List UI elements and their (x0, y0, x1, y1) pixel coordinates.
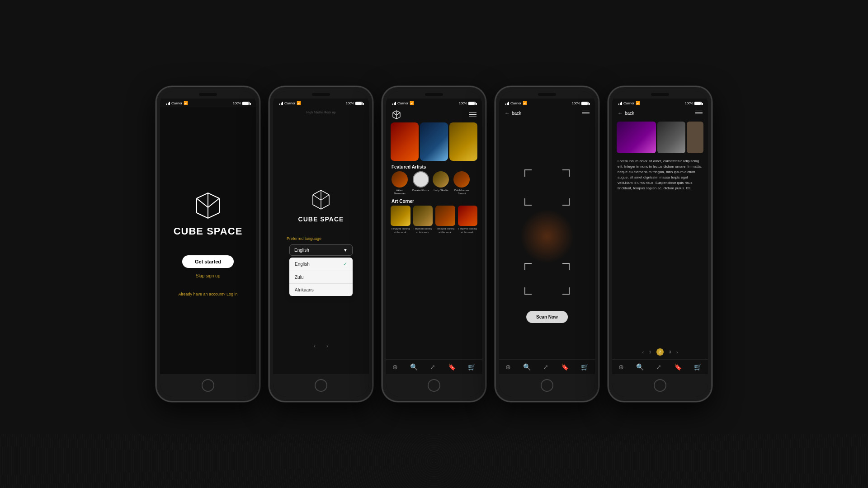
hero-artwork-3[interactable] (449, 122, 477, 161)
cart-nav-icon-4[interactable]: 🛒 (581, 363, 589, 371)
corner-item-2[interactable]: I enjoyed looking at this work. (413, 206, 433, 234)
wifi-icon-2: 📶 (297, 101, 301, 105)
mock-label: High fidelity Mock up (307, 111, 336, 114)
phone4-status-bar: Carrier 📶 100% (499, 99, 595, 107)
phone3-header (386, 107, 482, 122)
artist-avatar-2 (413, 171, 429, 188)
detail-images-row (612, 119, 708, 156)
search-nav-icon-4[interactable]: 🔍 (523, 363, 531, 371)
skip-signup-link[interactable]: Skip sign up (196, 273, 220, 278)
lang-option-afrikaans[interactable]: Afrikaans (289, 284, 353, 296)
phone1-home-button[interactable] (202, 379, 214, 392)
page-1[interactable]: 1 (646, 348, 654, 356)
corner-item-4[interactable]: I enjoyed looking at this work. (458, 206, 478, 234)
art-corner-title: Art Corner (386, 195, 482, 206)
page-2[interactable]: 2 (656, 348, 664, 356)
expand-nav-icon-5[interactable]: ⤢ (656, 363, 661, 371)
artist-item-4[interactable]: Buhlebezwe Siwani (453, 171, 471, 195)
phone2-bottom (273, 374, 369, 397)
artist-name-1: Akissi Beukman (391, 189, 409, 195)
corner-tr (562, 169, 570, 177)
phone5-bottom-nav: ⊕ 🔍 ⤢ 🔖 🛒 (612, 359, 708, 374)
dropdown-arrow-icon: ▼ (343, 248, 348, 253)
get-started-button[interactable]: Get started (182, 255, 234, 268)
back-arrow-icon: ← (505, 110, 510, 116)
back-button-4[interactable]: ← back (505, 110, 521, 116)
pref-language-label: Preferred language (287, 236, 321, 241)
expand-nav-icon[interactable]: ⤢ (430, 363, 435, 371)
featured-artists-row: Akissi Beukman Banele Khoza Lady Skollie… (386, 171, 482, 195)
artist-avatar-1 (392, 171, 408, 188)
hamburger-menu-icon-5[interactable] (695, 111, 703, 116)
cube-wireframe-logo (188, 185, 228, 225)
artist-item-3[interactable]: Lady Skollie (433, 171, 449, 195)
home-nav-icon[interactable]: ⊕ (392, 363, 398, 371)
corner-tr-2 (562, 263, 570, 270)
back-button-5[interactable]: ← back (618, 110, 634, 116)
corner-item-3[interactable]: I enjoyed looking at this work. (435, 206, 455, 234)
phone-4-scanner: Carrier 📶 100% ← back (495, 86, 599, 402)
bookmark-nav-icon-4[interactable]: 🔖 (561, 363, 569, 371)
phone5-home-button[interactable] (654, 379, 666, 392)
language-dropdown-menu: English ✓ Zulu Afrikaans (289, 258, 353, 296)
cart-nav-icon-5[interactable]: 🛒 (694, 363, 702, 371)
expand-nav-icon-4[interactable]: ⤢ (543, 363, 548, 371)
artist-name-3: Lady Skollie (434, 189, 448, 192)
nav-prev-icon[interactable]: ‹ (314, 343, 316, 349)
bookmark-nav-icon[interactable]: 🔖 (448, 363, 456, 371)
detail-img-2[interactable] (657, 122, 685, 153)
corner-item-1[interactable]: I enjoyed looking at this work. (391, 206, 410, 234)
detail-img-1[interactable] (617, 122, 656, 153)
home-nav-icon-5[interactable]: ⊕ (618, 363, 624, 371)
phone3-bottom (386, 374, 482, 397)
artist-avatar-4 (453, 171, 470, 188)
corner-text-1: I enjoyed looking at this work. (391, 227, 410, 234)
phone2-carrier: Carrier (284, 101, 295, 105)
language-dropdown[interactable]: English ▼ (289, 244, 353, 256)
corner-br (562, 198, 570, 206)
corner-tl-2 (524, 263, 532, 270)
artist-name-4: Buhlebezwe Siwani (453, 189, 471, 195)
detail-img-3[interactable] (687, 122, 703, 153)
phone3-home-button[interactable] (428, 379, 440, 392)
hero-artwork-2[interactable] (420, 122, 448, 161)
bookmark-nav-icon-5[interactable]: 🔖 (674, 363, 682, 371)
nav-next-icon[interactable]: › (326, 343, 328, 349)
artist-item-2[interactable]: Banele Khoza (412, 171, 429, 195)
phone1-app-title: CUBE SPACE (174, 225, 243, 237)
artist-item-1[interactable]: Akissi Beukman (391, 171, 409, 195)
home-nav-icon-4[interactable]: ⊕ (505, 363, 511, 371)
detail-text-area: Lorem ipsum dolor sit amet, consectetur … (612, 156, 708, 345)
phone-1-welcome: Carrier 📶 100% CUBE SPACE Get started (156, 86, 260, 402)
phone4-home-button[interactable] (541, 379, 553, 392)
phone5-main-content: ← back Lorem ipsum dolor sit amet, conse… (612, 107, 708, 374)
back-label-5: back (625, 111, 634, 116)
phone5-carrier: Carrier (623, 101, 634, 105)
hero-artwork-1[interactable] (391, 122, 419, 161)
cart-nav-icon[interactable]: 🛒 (468, 363, 476, 371)
hamburger-menu-icon[interactable] (469, 113, 476, 117)
corner-img-2 (413, 206, 433, 226)
search-nav-icon[interactable]: 🔍 (410, 363, 418, 371)
corner-text-2: I enjoyed looking at this work. (413, 227, 433, 234)
corner-img-4 (458, 206, 478, 226)
phone1-main-content: CUBE SPACE Get started Skip sign up Alre… (160, 107, 256, 374)
login-link[interactable]: Log in (226, 292, 238, 296)
phone2-home-button[interactable] (315, 379, 327, 392)
corner-text-4: I enjoyed looking at this work. (458, 227, 478, 234)
search-nav-icon-5[interactable]: 🔍 (636, 363, 644, 371)
pagination-prev[interactable]: ‹ (642, 350, 644, 355)
scan-frame-bottom (524, 263, 570, 295)
phone5-notch (612, 91, 708, 99)
lang-option-zulu[interactable]: Zulu (289, 271, 353, 284)
lang-option-english[interactable]: English ✓ (289, 258, 353, 271)
wifi-icon-3: 📶 (410, 101, 414, 105)
pagination-next[interactable]: › (676, 350, 678, 355)
scan-now-button[interactable]: Scan Now (526, 311, 568, 323)
hamburger-menu-icon-4[interactable] (582, 111, 590, 116)
phone4-battery-pct: 100% (572, 102, 580, 105)
phone5-status-bar: Carrier 📶 100% (612, 99, 708, 107)
phone2-app-name: CUBE SPACE (298, 216, 344, 223)
page-3[interactable]: 3 (666, 348, 674, 356)
selected-language: English (294, 248, 309, 253)
